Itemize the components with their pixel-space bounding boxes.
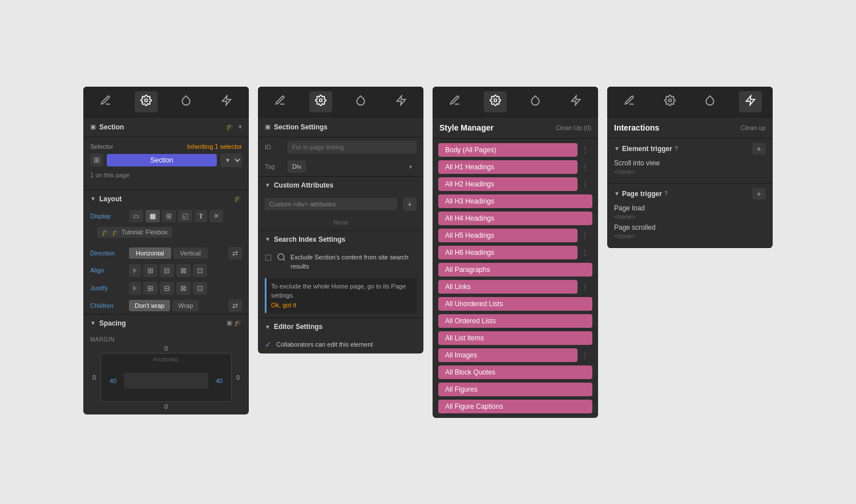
search-index-header[interactable]: ▼ Search Index Settings [258,231,423,248]
style-tag-menu-icon[interactable]: ⋮ [578,177,592,191]
children-icon-btn[interactable]: ⇄ [228,299,242,312]
tab-drops-icon[interactable] [175,91,197,112]
tab3-style-icon[interactable] [443,91,466,112]
tab3-settings-icon[interactable] [484,91,507,112]
align-btn-2[interactable]: ⊞ [143,264,158,277]
display-text-btn[interactable]: 𝐓 [195,210,207,222]
style-tag-btn[interactable]: All Ordered Lists [438,314,592,328]
tab-settings-icon[interactable] [135,91,158,112]
tab2-style-icon[interactable] [269,91,292,112]
tutorial-flexbox-btn[interactable]: 🎓 🎓 Tutorial: Flexbox [97,227,172,238]
tab4-settings-icon[interactable] [659,91,681,112]
display-grid-btn[interactable]: ⊞ [162,210,176,222]
style-tag-btn[interactable]: All H6 Headings [438,246,578,259]
style-tag-btn[interactable]: All Unordered Lists [438,297,592,311]
check-icon: ✓ [265,340,272,349]
justify-btn-2[interactable]: ⊞ [143,282,158,295]
add-attr-btn[interactable]: + [403,197,417,211]
padding-top-input[interactable]: 50 [158,364,175,371]
justify-buttons: ⊧ ⊞ ⊟ ⊠ ⊡ [129,282,207,295]
style-tag-btn[interactable]: All Figure Captions [438,400,592,413]
page-trigger-add-btn[interactable]: + [752,188,766,200]
margin-bottom-val[interactable]: 0 [164,403,168,410]
padding-bottom-input[interactable]: 90 [158,391,175,398]
style-tag-menu-icon[interactable]: ⋮ [578,160,592,174]
tab2-lightning-icon[interactable] [390,91,413,112]
custom-attrs-placeholder: Custom <div> attributes [265,198,397,210]
padding-right-val[interactable]: 40 [211,377,228,384]
justify-btn-3[interactable]: ⊟ [160,282,174,295]
style-manager-title: Style Manager [439,123,494,132]
display-inline-btn[interactable]: ◱ [178,210,192,222]
style-tag-btn[interactable]: All List Items [438,331,592,345]
tab4-style-icon[interactable] [618,91,641,112]
style-tag-btn[interactable]: All Block Quotes [438,365,592,379]
align-btn-3[interactable]: ⊟ [160,264,174,277]
direction-horizontal-btn[interactable]: Horizontal [129,247,171,259]
padding-left-val[interactable]: 40 [104,377,122,384]
element-trigger-question[interactable]: ? [675,145,678,152]
align-btn-5[interactable]: ⊡ [193,264,207,277]
style-tag-btn[interactable]: All Figures [438,383,592,396]
element-trigger-add-btn[interactable]: + [752,143,766,155]
tab-style-icon[interactable] [94,91,117,112]
display-flex-btn[interactable]: ▦ [146,210,160,222]
layout-section-header[interactable]: ▼ Layout 🎓 [83,190,249,208]
style-tag-btn[interactable]: All H3 Headings [438,194,592,208]
page-scrolled-value: <none> [614,233,766,239]
spacing-section-header[interactable]: ▼ Spacing ▣ 🎓 [83,315,249,332]
collab-check-row: ✓ Collaborators can edit this element [258,335,423,353]
layout-hat-icon: 🎓 [234,195,242,202]
search-info-link[interactable]: Ok, got it [271,302,296,308]
children-wrap-btn[interactable]: Wrap [172,300,199,311]
tab-lightning-icon[interactable] [215,91,238,112]
align-btn-1[interactable]: ⊧ [129,264,141,277]
search-checkbox-icon[interactable]: ☐ [265,253,272,262]
style-tag-menu-icon[interactable]: ⋮ [578,348,592,362]
page-load-label: Page load [614,204,766,212]
style-tag-btn[interactable]: All Paragraphs [438,263,592,277]
search-index-header-left: ▼ Search Index Settings [265,235,345,243]
custom-attrs-header[interactable]: ▼ Custom Attributes [258,177,423,194]
style-tag-btn[interactable]: All H4 Headings [438,212,592,225]
margin-right-val[interactable]: 0 [234,374,242,381]
tab2-settings-icon[interactable] [309,91,332,112]
id-input[interactable] [288,141,417,153]
margin-top-val[interactable]: 0 [164,345,168,352]
editor-settings-header[interactable]: ▼ Editor Settings [258,318,423,335]
tab-bar-style-manager [433,87,598,117]
direction-vertical-btn[interactable]: Vertical [173,247,208,259]
interactions-cleanup-link[interactable]: Clean up [741,124,766,131]
display-block-btn[interactable]: ▭ [129,210,143,222]
tag-select[interactable]: Div [288,160,306,173]
margin-top-row: 0 [90,345,242,352]
direction-icon-btn[interactable]: ⇄ [228,247,242,259]
tab3-drops-icon[interactable] [524,91,547,112]
tab2-drops-icon[interactable] [349,91,372,112]
style-tag-btn[interactable]: All H5 Headings [438,229,578,242]
justify-btn-5[interactable]: ⊡ [193,282,207,295]
display-none-btn[interactable]: ✕ [209,210,223,222]
style-tag-menu-icon[interactable]: ⋮ [578,246,592,259]
style-tag-menu-icon[interactable]: ⋮ [578,143,592,157]
tab4-drops-icon[interactable] [698,91,721,112]
spacing-icon: ▣ [227,319,232,326]
children-dontwrap-btn[interactable]: Don't wrap [129,300,170,311]
style-tag-btn[interactable]: All H2 Headings [438,177,578,191]
cleanup-btn[interactable]: Clean Up (0) [556,124,591,131]
style-tag-btn[interactable]: All Links [438,280,578,294]
selector-tag-button[interactable]: Section [107,154,217,166]
selector-dropdown[interactable]: ▾ [220,153,242,167]
margin-left-val[interactable]: 0 [90,374,98,381]
align-btn-4[interactable]: ⊠ [176,264,191,277]
style-tag-btn[interactable]: Body (All Pages) [438,143,578,157]
page-trigger-question[interactable]: ? [664,190,668,197]
style-tag-menu-icon[interactable]: ⋮ [578,280,592,294]
justify-btn-1[interactable]: ⊧ [129,282,141,295]
tab3-lightning-icon[interactable] [564,91,587,112]
justify-btn-4[interactable]: ⊠ [176,282,191,295]
style-tag-menu-icon[interactable]: ⋮ [578,229,592,242]
style-tag-btn[interactable]: All H1 Headings [438,160,578,174]
tab4-lightning-icon[interactable] [739,91,762,112]
style-tag-btn[interactable]: All Images [438,348,578,362]
